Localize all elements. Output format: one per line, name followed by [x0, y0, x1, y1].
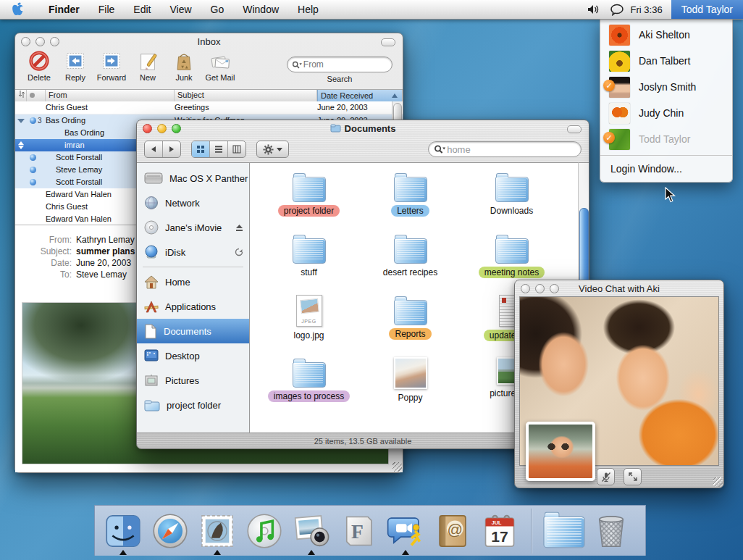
column-view-button[interactable] [228, 141, 245, 157]
toolbar-toggle-lozenge[interactable] [567, 125, 582, 133]
file-item[interactable]: project folder [262, 172, 356, 217]
sidebar-item-documents[interactable]: Documents [137, 319, 249, 343]
user-menu-item[interactable]: Judy Chin [600, 100, 732, 126]
file-item[interactable]: Letters [364, 172, 458, 217]
get-mail-button[interactable]: Get Mail [202, 51, 238, 82]
dock-item-documents-folder[interactable] [545, 511, 584, 551]
menu-window[interactable]: Window [243, 4, 279, 15]
video-chat-window: Video Chat with Aki [514, 280, 724, 488]
menu-file[interactable]: File [98, 4, 115, 15]
file-item[interactable]: stuff [262, 233, 356, 278]
menu-go[interactable]: Go [211, 4, 224, 15]
new-message-button[interactable]: New [130, 51, 166, 82]
subject-column-header[interactable]: Subject [175, 90, 317, 101]
zoom-button[interactable] [50, 37, 59, 46]
sidebar-item-pictures[interactable]: Pictures [137, 368, 249, 393]
login-window-item[interactable]: Login Window... [600, 159, 732, 179]
finder-search-input[interactable] [445, 143, 576, 156]
resize-grip[interactable] [713, 477, 723, 487]
file-item[interactable]: JPEG logo.jpg [262, 295, 356, 341]
user-switch-menu-title[interactable]: Todd Taylor [671, 0, 743, 19]
mail-titlebar[interactable]: Inbox [15, 33, 403, 49]
finder-search-field[interactable] [428, 141, 582, 157]
mail-search-field[interactable] [287, 57, 393, 72]
dock-item-finder[interactable] [104, 511, 143, 551]
dock-item-iphoto[interactable] [292, 511, 331, 551]
mail-row[interactable]: Chris Guest Greetings June 20, 2003 [15, 101, 403, 114]
svg-text:17: 17 [491, 527, 508, 544]
dock-item-address-book[interactable]: @ [433, 511, 472, 551]
user-menu-item[interactable]: Dan Talbert [600, 48, 732, 74]
document-icon [144, 324, 157, 339]
user-menu-item[interactable]: ✓ Joslyn Smith [600, 74, 732, 100]
sidebar-item-desktop[interactable]: Desktop [137, 343, 249, 368]
file-item[interactable]: images to process [262, 357, 356, 402]
menu-edit[interactable]: Edit [133, 4, 151, 15]
reply-button[interactable]: Reply [57, 51, 93, 82]
dock-item-ical[interactable]: JUL17 [480, 511, 519, 551]
close-button[interactable] [521, 284, 530, 293]
dock-item-itunes[interactable] [245, 511, 284, 551]
unread-column[interactable] [27, 90, 46, 101]
sidebar-item-idisk[interactable]: iDisk [137, 240, 249, 264]
eject-icon[interactable] [235, 224, 243, 232]
minimize-button[interactable] [157, 124, 167, 133]
junk-button[interactable]: Junk [166, 51, 202, 82]
finder-titlebar[interactable]: Documents [137, 120, 589, 136]
sidebar-item-home[interactable]: Home [137, 269, 249, 294]
forward-button[interactable]: Forward [93, 51, 130, 82]
menu-bar-clock[interactable]: Fri 3:36 [631, 4, 663, 15]
file-item[interactable]: desert recipes [364, 233, 458, 278]
forward-button[interactable] [163, 141, 180, 157]
folder-icon [495, 238, 529, 264]
folder-icon [394, 238, 427, 264]
sidebar-item-imovie-disc[interactable]: Jane's iMovie [137, 215, 249, 240]
close-button[interactable] [143, 124, 152, 133]
delete-button[interactable]: Delete [21, 51, 57, 82]
file-item[interactable]: meeting notes [465, 233, 559, 278]
ichat-menu-extra[interactable] [610, 4, 624, 16]
from-column-header[interactable]: From [46, 90, 175, 101]
dock-item-ichat[interactable] [386, 511, 425, 551]
mute-button[interactable] [597, 468, 615, 485]
action-menu-button[interactable] [256, 141, 289, 158]
file-item[interactable]: Downloads [465, 172, 559, 217]
toolbar-toggle-lozenge[interactable] [381, 38, 395, 46]
file-item[interactable]: Reports [364, 295, 458, 340]
close-button[interactable] [21, 37, 30, 46]
apple-menu-icon[interactable] [12, 2, 24, 17]
user-menu-item[interactable]: Aki Shelton [600, 22, 732, 48]
sync-icon[interactable] [235, 248, 243, 256]
minimize-button[interactable] [535, 284, 545, 293]
resize-grip[interactable] [393, 462, 402, 472]
back-forward-control [144, 141, 181, 158]
dock-item-mail[interactable] [198, 511, 237, 551]
menu-finder[interactable]: Finder [49, 4, 80, 15]
back-button[interactable] [145, 141, 163, 157]
disclosure-triangle-icon[interactable] [17, 119, 25, 123]
icon-view-button[interactable] [192, 141, 210, 157]
sort-status-column[interactable] [15, 90, 27, 101]
zoom-button[interactable] [550, 284, 559, 293]
mail-search-input[interactable] [302, 59, 387, 70]
fullscreen-button[interactable] [624, 468, 642, 485]
sidebar-item-project-folder[interactable]: project folder [137, 393, 249, 417]
menu-help[interactable]: Help [298, 4, 319, 15]
video-chat-titlebar[interactable]: Video Chat with Aki [515, 280, 723, 296]
date-column-header[interactable]: Date Received [317, 90, 403, 101]
dock-item-trash[interactable] [592, 511, 631, 551]
folder-icon [293, 177, 326, 202]
volume-menu-extra[interactable] [587, 4, 600, 15]
subject-label: Subject: [15, 246, 76, 257]
sidebar-item-applications[interactable]: Applications [137, 294, 249, 319]
menu-view[interactable]: View [169, 4, 191, 15]
network-globe-icon [144, 196, 159, 210]
sidebar-item-network[interactable]: Network [137, 191, 249, 215]
list-view-button[interactable] [210, 141, 228, 157]
minimize-button[interactable] [35, 37, 45, 46]
dock-item-fontbook[interactable]: F [339, 511, 378, 551]
dock-item-safari[interactable] [151, 511, 190, 551]
sidebar-item-disk[interactable]: Mac OS X Panther [137, 166, 249, 191]
file-item[interactable]: Poppy [364, 357, 458, 404]
zoom-button[interactable] [172, 124, 181, 133]
